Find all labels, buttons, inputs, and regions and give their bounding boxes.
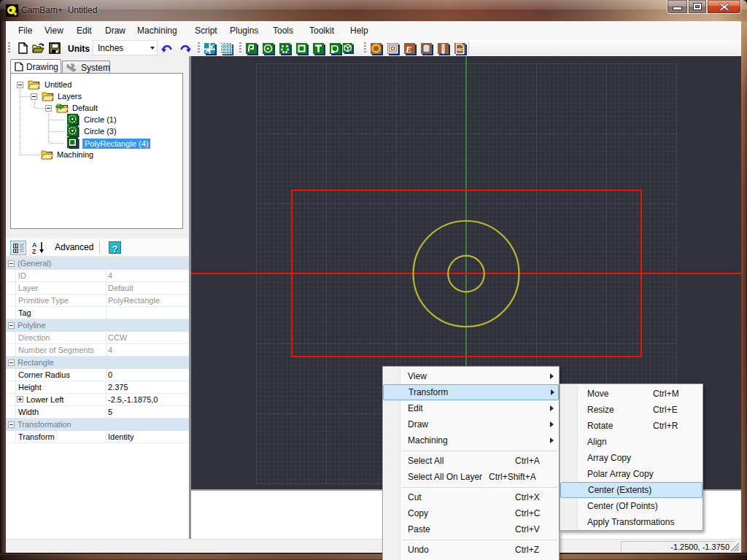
svg-text:E: E [405,44,412,55]
svg-text:NC: NC [457,47,464,52]
svg-text:Z: Z [32,248,36,254]
